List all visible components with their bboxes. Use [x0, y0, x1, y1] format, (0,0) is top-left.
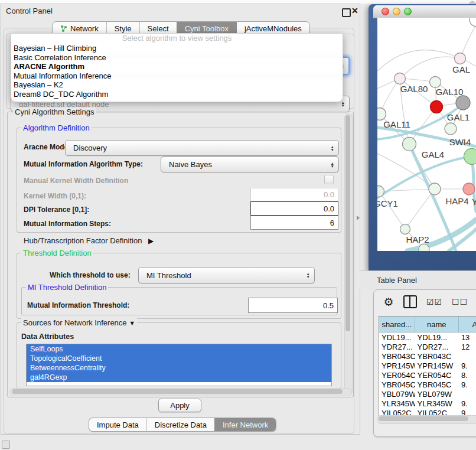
network-node[interactable]: [419, 244, 429, 251]
table-row[interactable]: YDL19...YDL19...13: [379, 332, 476, 342]
network-canvas[interactable]: GALGAL80GAL10GAL1GAL11SWI4GAL4HAP4YGCY1H…: [377, 18, 476, 251]
deselect-all-checkbox-icon[interactable]: ☐☐: [452, 297, 468, 306]
table-cell[interactable]: YDR27...: [415, 343, 459, 351]
data-attributes-list[interactable]: SelfLoopsTopologicalCoefficientBetweenne…: [26, 344, 332, 386]
table-row[interactable]: YBR043CYBR043C: [379, 351, 476, 361]
scrollbar-thumb[interactable]: [345, 115, 350, 331]
minimize-button[interactable]: [393, 8, 400, 15]
table-row[interactable]: YLR345WYLR345W9.: [379, 399, 476, 408]
mi-steps-field[interactable]: 6: [250, 216, 338, 230]
settings-horizontal-scrollbar[interactable]: [9, 388, 352, 396]
manual-kernel-checkbox[interactable]: [324, 175, 334, 184]
close-icon[interactable]: ✕: [351, 6, 358, 15]
which-threshold-combobox[interactable]: MI Threshold ▲▼: [138, 267, 315, 283]
splitpane-collapse-handle[interactable]: [357, 216, 360, 220]
network-view-window[interactable]: GALGAL80GAL10GAL1GAL11SWI4GAL4HAP4YGCY1H…: [369, 4, 476, 270]
table-row[interactable]: YBL079WYBL079W: [379, 389, 476, 399]
table-cell[interactable]: 9.: [459, 380, 476, 389]
table-row[interactable]: YER054CYER054C8.: [379, 370, 476, 380]
gear-icon[interactable]: ⚙: [381, 295, 396, 309]
network-node-y[interactable]: [463, 183, 475, 195]
table-cell[interactable]: YLR345W: [415, 399, 459, 408]
network-node-gal11[interactable]: [377, 108, 386, 120]
table-cell[interactable]: YBL079W: [379, 390, 415, 399]
scrollbar-thumb[interactable]: [12, 389, 343, 394]
network-node[interactable]: [456, 96, 470, 110]
network-window-titlebar[interactable]: [373, 5, 476, 18]
table-cell[interactable]: 13: [459, 333, 476, 342]
table-cell[interactable]: YPR145W: [415, 361, 459, 370]
table-cell[interactable]: YER054C: [379, 371, 415, 380]
network-edge[interactable]: [379, 191, 405, 229]
mi-type-combobox[interactable]: Naive Bayes ▲▼: [161, 156, 339, 172]
settings-vertical-scrollbar[interactable]: [344, 113, 353, 396]
table-row[interactable]: YBR045CYBR045C9.: [379, 380, 476, 389]
network-node[interactable]: [470, 18, 476, 27]
tab-discretize-data[interactable]: Discretize Data: [146, 418, 214, 431]
network-node-gal1[interactable]: [431, 101, 443, 113]
table-cell[interactable]: YDL19...: [379, 333, 415, 342]
table-cell[interactable]: YLR345W: [379, 399, 415, 408]
popup-item[interactable]: Dream8 DC_TDC Algorithm: [11, 90, 343, 99]
attribute-item[interactable]: gal4RGexp: [27, 373, 331, 382]
popup-item[interactable]: Bayesian – K2: [11, 80, 343, 90]
network-node-gal4[interactable]: [403, 138, 416, 151]
table-cell[interactable]: YBR045C: [379, 380, 415, 389]
network-edge[interactable]: [377, 50, 460, 71]
column-header[interactable]: name: [415, 317, 459, 332]
network-node-gal80[interactable]: [395, 73, 406, 84]
network-node[interactable]: [464, 149, 476, 165]
close-button[interactable]: [382, 8, 389, 15]
table-row[interactable]: YPR145WYPR145W9.: [379, 361, 476, 370]
column-header[interactable]: A: [459, 317, 476, 332]
tab-infer-network[interactable]: Infer Network: [214, 418, 276, 431]
sources-title[interactable]: Sources for Network Inference ▼: [21, 318, 137, 327]
apply-button[interactable]: Apply: [158, 399, 201, 412]
table-horizontal-scrollbar[interactable]: [377, 415, 476, 424]
attribute-item[interactable]: BetweennessCentrality: [27, 363, 331, 373]
network-node-hap2[interactable]: [400, 224, 410, 234]
network-node-swi4[interactable]: [445, 123, 457, 135]
table-cell[interactable]: YER054C: [415, 371, 459, 380]
network-node-gal[interactable]: [455, 53, 466, 64]
table-cell[interactable]: 8.: [459, 371, 476, 380]
popup-item[interactable]: Basic Correlation Inference: [11, 53, 343, 63]
popup-item[interactable]: Mutual Information Inference: [11, 71, 343, 81]
which-threshold-value: MI Threshold: [139, 271, 191, 280]
scrollbar-thumb[interactable]: [379, 416, 468, 421]
network-edge[interactable]: [400, 57, 460, 79]
aracne-mode-combobox[interactable]: Discovery ▲▼: [65, 140, 339, 156]
float-window-icon[interactable]: [342, 8, 351, 17]
tab-impute-data[interactable]: Impute Data: [89, 418, 146, 431]
dpi-tolerance-field[interactable]: 0.0: [250, 201, 338, 216]
select-all-checkbox-icon[interactable]: ☑☑: [426, 297, 442, 306]
network-graph[interactable]: GALGAL80GAL10GAL1GAL11SWI4GAL4HAP4YGCY1H…: [377, 18, 476, 251]
zoom-button[interactable]: [404, 8, 412, 15]
attribute-item[interactable]: SelfLoops: [27, 344, 331, 354]
table-cell[interactable]: YPR145W: [379, 361, 415, 370]
table-row[interactable]: YDR27...YDR27...12: [379, 342, 476, 351]
hub-expander[interactable]: Hub/Transcription Factor Definition ▶: [24, 236, 154, 245]
network-edge[interactable]: [405, 189, 435, 229]
table-cell[interactable]: 9.: [459, 361, 476, 370]
table-cell[interactable]: 12: [459, 343, 476, 351]
kernel-width-field[interactable]: 0.0: [250, 188, 338, 201]
table-cell[interactable]: 9.: [459, 399, 476, 408]
column-header[interactable]: shared...: [379, 317, 415, 332]
mi-threshold-field[interactable]: 0.5: [248, 298, 338, 313]
table-cell[interactable]: YDL19...: [415, 333, 459, 342]
network-node-hap4[interactable]: [429, 183, 441, 195]
popup-item[interactable]: Bayesian – Hill Climbing: [11, 44, 343, 53]
network-node-gal10[interactable]: [430, 77, 441, 88]
panel-title: Control Panel: [6, 6, 53, 15]
table-cell[interactable]: YBR043C: [415, 352, 459, 361]
dock-icon[interactable]: [2, 441, 10, 449]
table-cell[interactable]: YBR045C: [415, 380, 459, 389]
table-panel-title: Table Panel: [377, 276, 417, 285]
table-cell[interactable]: YBL079W: [415, 390, 459, 399]
column-layout-icon[interactable]: [403, 295, 417, 308]
table-cell[interactable]: YBR043C: [379, 352, 415, 361]
table-cell[interactable]: YDR27...: [379, 343, 415, 351]
popup-item[interactable]: ARACNE Algorithm: [11, 62, 343, 71]
attribute-item[interactable]: TopologicalCoefficient: [27, 354, 331, 363]
